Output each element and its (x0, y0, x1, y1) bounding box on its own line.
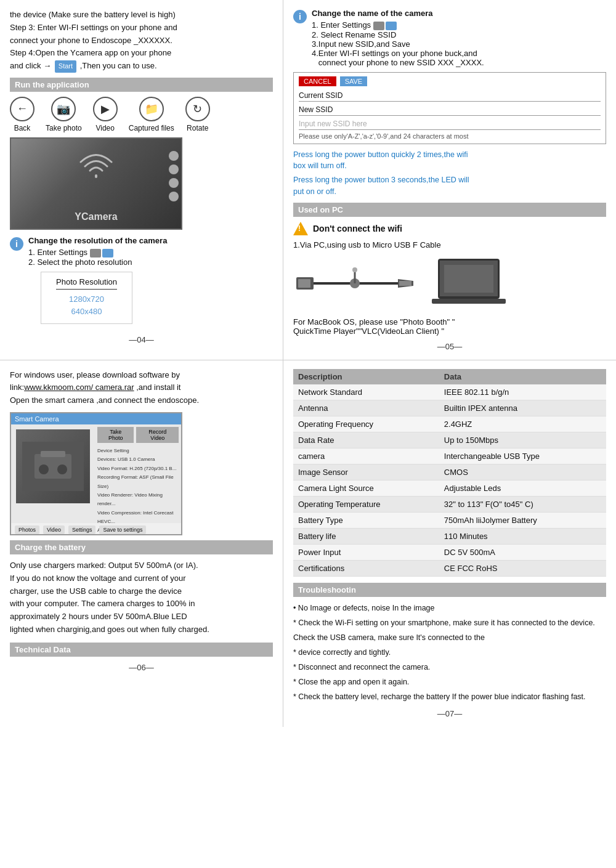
cell-data: DC 5V 500mA (439, 544, 606, 560)
table-row: Battery life110 Minutes (293, 528, 606, 544)
tech-data-table: Description Data Network StandardIEEE 80… (293, 369, 606, 577)
section-run-header: Run the application (10, 78, 273, 92)
camera-icon: 📷 (51, 97, 76, 121)
cell-data: Adjustable Leds (439, 480, 606, 496)
usb-cable-svg (293, 259, 416, 308)
software-body: V8 Engine Take Photo Record Video (11, 424, 181, 523)
ssid-new-field[interactable]: New SSID (299, 104, 601, 116)
laptop-svg (429, 256, 509, 311)
cell-data: CE FCC RoHS (439, 560, 606, 576)
cell-description: Camera Light Source (293, 480, 439, 496)
rename-steps-block: Change the name of the camera 1. Enter S… (312, 9, 484, 67)
svg-rect-11 (444, 265, 493, 293)
camera-screen: YCamera (10, 137, 182, 230)
resolution-640: 640x480 (56, 306, 117, 318)
warning-block: ! Don't connect the wifi (293, 222, 606, 235)
cell-description: camera (293, 448, 439, 464)
cell-data: Interchangeable USB Type (439, 448, 606, 464)
software-title-bar: Smart Camera (11, 413, 181, 424)
svg-point-17 (57, 464, 67, 474)
cell-description: Network Standard (293, 384, 439, 400)
warning-triangle-icon: ! (293, 222, 308, 235)
intro-text: the device (Make sure the battery level … (10, 10, 177, 70)
trouble-item-2: * Check the Wi-Fi setting on your smartp… (293, 617, 606, 629)
svg-point-7 (352, 267, 357, 272)
sw-take-photo-btn[interactable]: Take Photo (97, 427, 134, 443)
section-charge-header: Charge the battery (10, 540, 273, 554)
settings-icon-left (90, 249, 101, 258)
resolution-steps: Change the resolution of the camera 1. E… (28, 236, 167, 329)
table-row: cameraInterchangeable USB Type (293, 448, 606, 464)
sw-tab-video[interactable]: Video (43, 525, 65, 534)
table-row: Image SensorCMOS (293, 464, 606, 480)
start-button-label[interactable]: Start (55, 60, 76, 73)
table-row: AntennaBuiltin IPEX antenna (293, 400, 606, 416)
back-icon: ← (10, 97, 34, 121)
sw-record-btn[interactable]: Record Video (136, 427, 179, 443)
back-label: Back (14, 124, 31, 132)
cell-data: 110 Minutes (439, 528, 606, 544)
icon-captured-files[interactable]: 📁 Captured files (129, 97, 174, 132)
trouble-item-7: * Check the battery level, recharge the … (293, 691, 606, 703)
col-description: Description (293, 369, 439, 384)
trouble-item-1: • No Image or defects, noise In the imag… (293, 602, 606, 614)
ycamera-logo: YCamera (75, 211, 117, 222)
page-06-number: —06— (10, 663, 273, 672)
pc-step-1: 1.Via PC,using usb to Micro USB F Cable (293, 240, 606, 249)
table-row: Network StandardIEEE 802.11 b/g/n (293, 384, 606, 400)
engine-preview: V8 Engine (22, 442, 84, 491)
cell-data: 32" to 113" F(O" to45" C) (439, 496, 606, 512)
cell-description: Operating Frequency (293, 416, 439, 432)
svg-rect-4 (399, 281, 411, 286)
trouble-section: • No Image or defects, noise In the imag… (293, 602, 606, 703)
ssid-current-field: Current SSID (299, 90, 601, 102)
icon-back[interactable]: ← Back (10, 97, 34, 132)
ssid-cancel-button[interactable]: CANCEL (299, 76, 336, 86)
side-buttons (169, 151, 179, 201)
cell-description: Operating Temperature (293, 496, 439, 512)
cell-description: Certifications (293, 560, 439, 576)
rotate-label: Rotate (187, 124, 208, 132)
resolution-info: i Change the resolution of the camera 1.… (10, 236, 273, 329)
rename-info: i Change the name of the camera 1. Enter… (293, 9, 606, 67)
video-label: Video (95, 124, 114, 132)
cell-data: 750mAh liiJolymer Battery (439, 512, 606, 528)
resolution-title: Change the resolution of the camera (28, 236, 167, 245)
rename-step-4: 4.Enter WI-FI settings on your phone buc… (312, 49, 484, 67)
icon-video[interactable]: ▶ Video (93, 97, 118, 132)
warn-text: Don't connect the wifi (313, 224, 402, 233)
wifi-symbol (78, 151, 115, 186)
video-icon: ▶ (93, 97, 118, 121)
trouble-item-5: * Disconnect and reconnect the camera. (293, 661, 606, 673)
table-row: Data RateUp to 150Mbps (293, 432, 606, 448)
resolution-table-title: Photo Resolution (56, 277, 117, 290)
rename-step-1: 1. Enter Settings (312, 20, 484, 30)
sw-tab-settings[interactable]: Settings (68, 525, 96, 534)
icon-take-photo[interactable]: 📷 Take photo (46, 97, 82, 132)
captured-files-label: Captured files (129, 124, 174, 132)
take-photo-label: Take photo (46, 124, 82, 132)
sw-tab-save[interactable]: Save to settings (99, 525, 146, 534)
svg-rect-15 (41, 451, 65, 457)
ssid-save-button[interactable]: SAVE (340, 76, 368, 86)
icon-rotate[interactable]: ↻ Rotate (185, 97, 210, 132)
table-row: Power InputDC 5V 500mA (293, 544, 606, 560)
section-tech-header: Technical Data (10, 643, 273, 657)
cell-description: Data Rate (293, 432, 439, 448)
sw-tab-photos[interactable]: Photos (15, 525, 39, 534)
ssid-placeholder[interactable]: Input new SSID here (299, 118, 601, 130)
files-icon: 📁 (139, 97, 164, 121)
info-icon-resolution: i (10, 237, 23, 251)
info-icon-rename: i (293, 10, 307, 23)
table-row: Camera Light SourceAdjustable Leds (293, 480, 606, 496)
table-row: Operating Temperature32" to 113" F(O" to… (293, 496, 606, 512)
software-action-buttons: Take Photo Record Video (97, 427, 179, 443)
rename-title: Change the name of the camera (312, 9, 484, 18)
page-05: i Change the name of the camera 1. Enter… (283, 0, 616, 360)
page-07: Description Data Network StandardIEEE 80… (283, 360, 616, 727)
page-06: For windows user, please download softwa… (0, 360, 283, 727)
bottom-row: For windows user, please download softwa… (0, 360, 616, 727)
app-icons-row: ← Back 📷 Take photo ▶ Video 📁 Captured f… (10, 97, 273, 132)
cell-description: Antenna (293, 400, 439, 416)
svg-rect-10 (432, 299, 506, 304)
